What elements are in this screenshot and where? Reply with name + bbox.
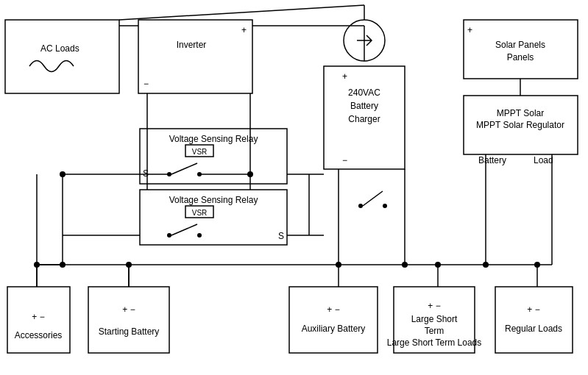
charger-minus: − [342,155,347,165]
junction-regloads [534,262,540,268]
auxiliary-battery-box [289,287,378,353]
vsr2-label: Voltage Sensing Relay [169,195,258,205]
large-short-label2: Term [425,326,444,336]
disc-contact1 [358,204,363,208]
inverter-box [138,20,252,93]
large-short-label3: Large Short Term Loads [387,338,482,348]
inverter-minus: − [144,79,149,89]
regular-loads-label: Regular Loads [505,324,562,334]
starting-battery-box [88,287,169,353]
mppt-label1: MPPT Solar [497,108,544,118]
inverter-label: Inverter [177,40,207,50]
accessories-label: Accessories [15,330,63,340]
junction-large [435,262,441,268]
disc-switch [363,191,383,206]
solar-panels-label: Solar Panels [495,40,545,50]
aux-battery-label: Auxiliary Battery [302,324,366,334]
diagram: AC Loads Inverter + − 240VAC Battery Cha… [0,0,588,375]
solar-panels-label2: Panels [507,52,534,63]
battery-charger-line2: Battery [350,101,378,111]
wire-top-bus [119,5,364,20]
large-short-label1: Large Short [411,314,458,324]
starting-battery-label: Starting Battery [99,326,160,337]
vsr2-contact2 [197,233,202,238]
junction-mppt-batt [483,262,489,268]
battery-charger-line3: Charger [348,114,380,124]
vsr1-label: Voltage Sensing Relay [169,134,258,144]
mppt-label2: MPPT Solar Regulator [476,120,564,130]
vsr1-s-left: S [143,168,149,179]
inverter-plus: + [241,25,247,35]
regular-loads-plus: + − [527,304,539,315]
vsr2-s-right: S [278,231,284,241]
load-terminal-label: Load [534,155,553,165]
large-short-plus: + − [428,301,440,311]
vsr1-badge: VSR [192,148,208,156]
vsr2-badge: VSR [192,209,208,217]
aux-battery-plus: + − [327,304,339,315]
accessories-plus: + − [32,312,44,322]
regular-loads-box [495,287,573,353]
ac-loads-box [5,20,119,93]
solar-plus: + [467,25,472,35]
ac-loads-label: AC Loads [40,43,79,54]
disc-contact2 [383,204,387,208]
junction-550 [402,262,408,268]
battery-charger-line1: 240VAC [348,88,380,98]
charger-plus: + [342,71,347,82]
starting-battery-plus: + − [122,304,135,315]
battery-terminal-label: Battery [478,155,506,165]
vsr2-contact1 [167,233,171,238]
